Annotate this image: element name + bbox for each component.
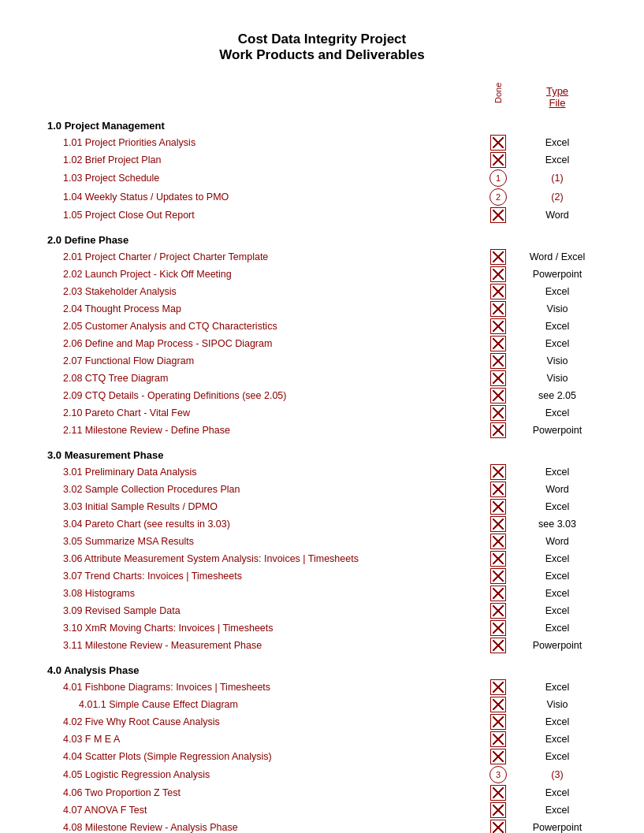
list-item: 4.07 ANOVA F TestExcel xyxy=(47,802,597,818)
done-xbox-icon xyxy=(490,370,506,386)
list-item: 3.06 Attribute Measurement System Analys… xyxy=(47,551,597,567)
list-item: 3.11 Milestone Review - Measurement Phas… xyxy=(47,638,597,653)
type-cell: Visio xyxy=(518,373,597,384)
item-label: 2.06 Define and Map Process - SIPOC Diag… xyxy=(47,338,478,349)
type-cell: Excel xyxy=(518,751,597,762)
done-cell xyxy=(478,731,518,747)
section-heading-section-2: 2.0 Define Phase xyxy=(47,234,597,246)
type-cell: Excel xyxy=(518,338,597,349)
type-cell: Word / Excel xyxy=(518,251,597,262)
done-cell xyxy=(478,152,518,168)
item-label: 2.05 Customer Analysis and CTQ Character… xyxy=(47,321,478,332)
item-label: 3.01 Preliminary Data Analysis xyxy=(47,467,478,478)
type-cell: Excel xyxy=(518,623,597,634)
done-cell xyxy=(478,284,518,299)
item-label: 2.02 Launch Project - Kick Off Meeting xyxy=(47,269,478,280)
type-cell: Word xyxy=(518,536,597,547)
done-cell xyxy=(478,697,518,712)
done-cell xyxy=(478,534,518,549)
done-cell xyxy=(478,749,518,764)
done-xbox-icon xyxy=(490,318,506,334)
done-cell xyxy=(478,482,518,497)
item-label: 2.03 Stakeholder Analysis xyxy=(47,286,478,297)
done-xbox-icon xyxy=(490,534,506,549)
list-item: 3.07 Trend Charts: Invoices | Timesheets… xyxy=(47,568,597,584)
type-cell: Powerpoint xyxy=(518,269,597,280)
item-label: 2.11 Milestone Review - Define Phase xyxy=(47,425,478,436)
done-cell xyxy=(478,785,518,801)
done-cell xyxy=(478,422,518,438)
done-cell xyxy=(478,318,518,334)
list-item: 1.05 Project Close Out ReportWord xyxy=(47,207,597,223)
list-item: 3.02 Sample Collection Procedures PlanWo… xyxy=(47,482,597,497)
item-label: 2.04 Thought Process Map xyxy=(47,303,478,314)
page-title: Cost Data Integrity Project Work Product… xyxy=(47,32,597,63)
done-cell xyxy=(478,499,518,515)
done-xbox-icon xyxy=(490,152,506,168)
item-label: 3.03 Initial Sample Results / DPMO xyxy=(47,501,478,512)
item-label: 4.06 Two Proportion Z Test xyxy=(47,787,478,798)
item-label: 2.10 Pareto Chart - Vital Few xyxy=(47,407,478,418)
type-cell: Excel xyxy=(518,805,597,816)
list-item: 4.02 Five Why Root Cause AnalysisExcel xyxy=(47,714,597,730)
done-cell xyxy=(478,603,518,619)
type-cell: see 2.05 xyxy=(518,390,597,401)
list-item: 2.10 Pareto Chart - Vital FewExcel xyxy=(47,405,597,421)
list-item: 2.03 Stakeholder AnalysisExcel xyxy=(47,284,597,299)
section-heading-section-3: 3.0 Measurement Phase xyxy=(47,449,597,461)
type-cell: Excel xyxy=(518,407,597,418)
done-cell xyxy=(478,405,518,421)
done-cell xyxy=(478,353,518,369)
type-cell: Excel xyxy=(518,467,597,478)
done-xbox-icon xyxy=(490,266,506,282)
done-xbox-icon xyxy=(490,464,506,480)
list-item: 2.01 Project Charter / Project Charter T… xyxy=(47,249,597,265)
type-cell: Excel xyxy=(518,501,597,512)
item-label: 4.04 Scatter Plots (Simple Regression An… xyxy=(47,751,478,762)
type-cell: (1) xyxy=(518,173,597,184)
done-xbox-icon xyxy=(490,568,506,584)
list-item: 2.09 CTQ Details - Operating Definitions… xyxy=(47,388,597,403)
done-cell xyxy=(478,802,518,818)
done-cell: 1 xyxy=(478,169,518,187)
list-item: 2.04 Thought Process MapVisio xyxy=(47,301,597,317)
item-label: 1.03 Project Schedule xyxy=(47,173,478,184)
item-label: 2.08 CTQ Tree Diagram xyxy=(47,373,478,384)
type-cell: Word xyxy=(518,484,597,495)
done-circle-icon: 1 xyxy=(490,169,507,187)
done-xbox-icon xyxy=(490,482,506,497)
type-cell: Excel xyxy=(518,553,597,564)
list-item: 4.05 Logistic Regression Analysis3(3) xyxy=(47,766,597,783)
list-item: 2.06 Define and Map Process - SIPOC Diag… xyxy=(47,336,597,351)
done-circle-icon: 3 xyxy=(490,766,507,783)
done-cell xyxy=(478,679,518,695)
done-xbox-icon xyxy=(490,620,506,636)
item-label: 1.01 Project Priorities Analysis xyxy=(47,137,478,148)
list-item: 4.08 Milestone Review - Analysis PhasePo… xyxy=(47,820,597,833)
list-item: 3.05 Summarize MSA ResultsWord xyxy=(47,534,597,549)
list-item: 4.06 Two Proportion Z TestExcel xyxy=(47,785,597,801)
list-item: 3.08 HistogramsExcel xyxy=(47,586,597,601)
done-xbox-icon xyxy=(490,301,506,317)
list-item: 4.04 Scatter Plots (Simple Regression An… xyxy=(47,749,597,764)
item-label: 3.09 Revised Sample Data xyxy=(47,605,478,616)
done-xbox-icon xyxy=(490,499,506,515)
done-cell xyxy=(478,370,518,386)
item-label: 1.02 Brief Project Plan xyxy=(47,154,478,165)
type-cell: see 3.03 xyxy=(518,519,597,530)
list-item: 2.05 Customer Analysis and CTQ Character… xyxy=(47,318,597,334)
done-xbox-icon xyxy=(490,714,506,730)
item-label: 2.07 Functional Flow Diagram xyxy=(47,355,478,366)
done-cell: 2 xyxy=(478,188,518,206)
list-item: 1.04 Weekly Status / Updates to PMO2(2) xyxy=(47,188,597,206)
type-cell: Excel xyxy=(518,137,597,148)
section-heading-section-4: 4.0 Analysis Phase xyxy=(47,664,597,676)
done-cell xyxy=(478,620,518,636)
type-cell: Excel xyxy=(518,787,597,798)
type-cell: Powerpoint xyxy=(518,425,597,436)
list-item: 1.03 Project Schedule1(1) xyxy=(47,169,597,187)
item-label: 3.02 Sample Collection Procedures Plan xyxy=(47,484,478,495)
item-label: 3.06 Attribute Measurement System Analys… xyxy=(47,553,478,564)
done-xbox-icon xyxy=(490,820,506,833)
list-item: 4.03 F M E AExcel xyxy=(47,731,597,747)
